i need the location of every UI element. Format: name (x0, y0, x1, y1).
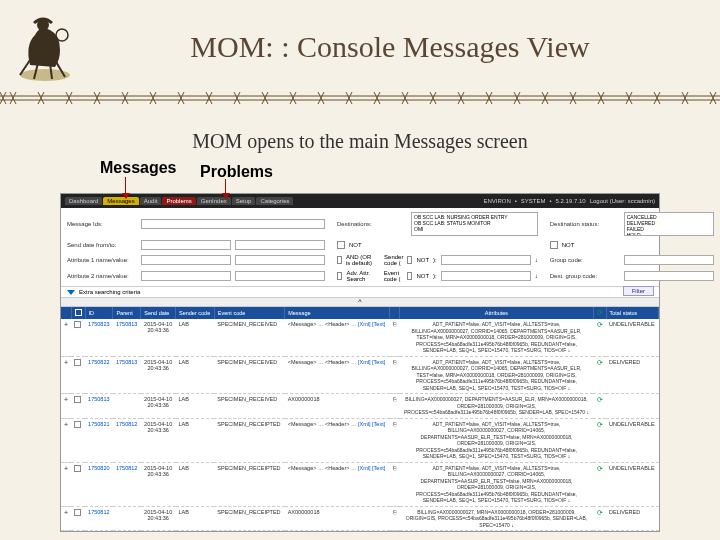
message-cell[interactable]: AX00000018 (285, 394, 390, 419)
parent-link[interactable]: 1750813 (116, 359, 137, 365)
col-message[interactable]: Message (285, 307, 390, 319)
col-status[interactable]: Total status (606, 307, 658, 319)
event-cell: SPECIMEN_RECEIPTED (214, 462, 284, 506)
status-cell: UNDELIVERABLE (606, 319, 658, 356)
attr2-name-input[interactable] (141, 271, 231, 281)
deststatus-select[interactable]: CANCELLED DELIVERED FAILED HOLD (624, 212, 714, 236)
table-row: +175082117508122015-04-1020:43:36LABSPEC… (61, 418, 659, 462)
expand-icon[interactable]: + (64, 509, 68, 516)
row-checkbox[interactable] (74, 465, 81, 472)
tab-bar: Dashboard Messages Audit Problems GenInd… (61, 194, 659, 208)
senddate-cell: 2015-04-1020:43:36 (141, 394, 176, 419)
row-checkbox[interactable] (74, 396, 81, 403)
col-parent[interactable]: Parent (113, 307, 141, 319)
message-cell[interactable]: AX00000018 (285, 506, 390, 531)
id-link[interactable]: 1750822 (88, 359, 109, 365)
event-input[interactable] (441, 271, 531, 281)
table-row: +17508132015-04-1020:43:36LABSPECIMEN_RE… (61, 394, 659, 419)
event-cell: SPECIMEN_RECEIVED (214, 394, 284, 419)
group-label: Group code: (550, 257, 620, 263)
col-senddate[interactable]: Send date (141, 307, 176, 319)
status-cell (606, 394, 658, 419)
expand-icon[interactable]: + (64, 359, 68, 366)
expand-icon[interactable]: + (64, 465, 68, 472)
refresh-icon[interactable]: ⟳ (597, 359, 603, 366)
attr2-value-input[interactable] (235, 271, 325, 281)
destgroup-input[interactable] (624, 271, 714, 281)
event-cell: SPECIMEN_RECEIVED (214, 319, 284, 356)
sender-cell: LAB (176, 319, 215, 356)
group-input[interactable] (624, 255, 714, 265)
parent-link[interactable]: 1750812 (116, 465, 137, 471)
refresh-icon[interactable]: ⟳ (597, 509, 603, 516)
id-link[interactable]: 1750823 (88, 321, 109, 327)
msgids-input[interactable] (141, 219, 325, 229)
refresh-icon[interactable]: ⟳ (597, 465, 603, 472)
event-not-checkbox[interactable] (407, 272, 412, 280)
id-link[interactable]: 1750821 (88, 421, 109, 427)
col-checkbox[interactable] (71, 307, 85, 319)
row-checkbox[interactable] (74, 321, 81, 328)
sender-input[interactable] (441, 255, 531, 265)
row-checkbox[interactable] (74, 359, 81, 366)
attributes-cell: ADT_PATIENT=false, ADT_VISIT=false, ALLT… (400, 418, 593, 462)
message-cell[interactable]: <Message> … <Header> … [Xml] [Text] (285, 319, 390, 356)
expand-icon[interactable]: + (64, 321, 68, 328)
sender-not-checkbox[interactable] (407, 256, 412, 264)
filter-button[interactable]: Filter (623, 286, 654, 296)
callouts: Messages Problems (0, 153, 720, 193)
senddate-from-input[interactable] (141, 240, 231, 250)
collapse-toggle[interactable]: ^ (61, 298, 659, 307)
refresh-icon[interactable]: ⟳ (597, 396, 603, 403)
status-cell: UNDELIVERABLE (606, 462, 658, 506)
system-label[interactable]: SYSTEM (521, 198, 546, 204)
dest-select[interactable]: OB SCC LAB: NURSING ORDER ENTRY OB SCC L… (411, 212, 538, 236)
tab-dashboard[interactable]: Dashboard (65, 197, 102, 205)
refresh-icon[interactable]: ⟳ (597, 321, 603, 328)
senddate-cell: 2015-04-1020:43:36 (141, 506, 176, 531)
deststatus-label: Destination status: (550, 221, 620, 227)
event-cell: SPECIMEN_RECEIPTED (214, 506, 284, 531)
tab-categories[interactable]: Categories (256, 197, 293, 205)
col-refresh[interactable]: ⟳ (593, 307, 606, 319)
arrow-icon (125, 177, 126, 195)
tab-setup[interactable]: Setup (232, 197, 256, 205)
col-sender[interactable]: Sender code (176, 307, 215, 319)
id-link[interactable]: 1750812 (88, 509, 109, 515)
id-link[interactable]: 1750820 (88, 465, 109, 471)
status-not-checkbox[interactable] (550, 241, 558, 249)
attributes-cell: ADT_PATIENT=false, ADT_VISIT=false, ALLT… (400, 319, 593, 356)
row-checkbox[interactable] (74, 509, 81, 516)
refresh-icon[interactable]: ⟳ (597, 421, 603, 428)
expand-icon[interactable]: + (64, 421, 68, 428)
logout-link[interactable]: Logout (User: sccadmin) (590, 198, 655, 204)
col-attributes[interactable]: Attributes (400, 307, 593, 319)
row-checkbox[interactable] (74, 421, 81, 428)
col-event[interactable]: Event code (214, 307, 284, 319)
environ-label[interactable]: ENVIRON (483, 198, 510, 204)
cowboy-logo (10, 5, 80, 85)
senddate-to-input[interactable] (235, 240, 325, 250)
tabbar-right: ENVIRON • SYSTEM • 5.2.19.7.10 Logout (U… (483, 198, 655, 204)
extra-criteria-row[interactable]: Extra searching criteria (61, 287, 659, 298)
tab-audit[interactable]: Audit (140, 197, 162, 205)
id-link[interactable]: 1750813 (88, 396, 109, 402)
message-cell[interactable]: <Message> … <Header> … [Xml] [Text] (285, 418, 390, 462)
callout-problems: Problems (200, 163, 273, 181)
advattr-checkbox[interactable] (337, 272, 342, 280)
message-cell[interactable]: <Message> … <Header> … [Xml] [Text] (285, 462, 390, 506)
attr1-name-input[interactable] (141, 255, 231, 265)
parent-link[interactable]: 1750812 (116, 421, 137, 427)
sender-label: Sender code ( (384, 254, 403, 266)
attr1-value-input[interactable] (235, 255, 325, 265)
attr2-label: Attribute 2 name/value: (67, 273, 137, 279)
parent-link[interactable]: 1750813 (116, 321, 137, 327)
message-cell[interactable]: <Message> … <Header> … [Xml] [Text] (285, 356, 390, 394)
expand-icon[interactable]: + (64, 396, 68, 403)
event-cell: SPECIMEN_RECEIPTED (214, 418, 284, 462)
tab-problems[interactable]: Problems (162, 197, 195, 205)
col-id[interactable]: ID (85, 307, 113, 319)
andor-checkbox[interactable] (337, 256, 342, 264)
dest-not-checkbox[interactable] (337, 241, 345, 249)
attributes-cell: BILLING=AX0000000027, MRN=AX0000000018, … (400, 506, 593, 531)
